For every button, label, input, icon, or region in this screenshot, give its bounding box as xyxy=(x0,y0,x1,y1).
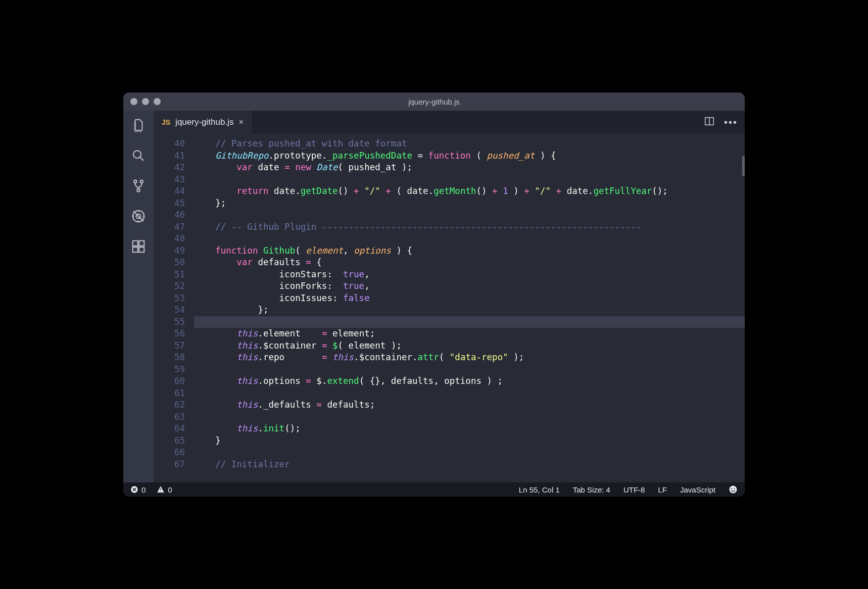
line-number: 52 xyxy=(154,280,185,292)
code-line[interactable] xyxy=(194,364,745,376)
code-line[interactable]: this.$container = $( element ); xyxy=(194,340,745,352)
line-number: 57 xyxy=(154,340,185,352)
encoding[interactable]: UTF-8 xyxy=(623,485,645,494)
editor-window: jquery-github.js JS jque xyxy=(123,92,745,497)
errors-count[interactable]: 0 xyxy=(130,485,146,494)
current-line-highlight xyxy=(194,316,745,328)
code-line[interactable]: iconForks: true, xyxy=(194,280,745,292)
code-line[interactable] xyxy=(194,411,745,423)
code-content[interactable]: // Parses pushed_at with date format Git… xyxy=(194,134,745,482)
code-line[interactable]: return date.getDate() + "/" + ( date.get… xyxy=(194,185,745,198)
line-number-gutter: 4041424344454647484950515253545556575859… xyxy=(154,134,194,482)
line-number: 49 xyxy=(154,245,185,257)
more-actions-icon[interactable]: ••• xyxy=(724,117,738,128)
search-icon[interactable] xyxy=(131,148,146,165)
tab-size[interactable]: Tab Size: 4 xyxy=(573,485,610,494)
tab-bar: JS jquery-github.js × ••• xyxy=(154,111,745,134)
line-number: 66 xyxy=(154,447,185,459)
warnings-count[interactable]: 0 xyxy=(157,485,172,494)
code-line[interactable]: }; xyxy=(194,304,745,316)
eol[interactable]: LF xyxy=(658,485,667,494)
code-line[interactable]: this.init(); xyxy=(194,423,745,435)
code-line[interactable]: this.repo = this.$container.attr( "data-… xyxy=(194,352,745,364)
code-line[interactable] xyxy=(194,209,745,221)
svg-point-12 xyxy=(730,486,737,494)
source-control-icon[interactable] xyxy=(131,178,146,195)
close-tab-icon[interactable]: × xyxy=(238,118,243,127)
feedback-icon[interactable] xyxy=(729,485,738,494)
line-number: 60 xyxy=(154,375,185,387)
line-number: 44 xyxy=(154,185,185,198)
code-line[interactable]: this._defaults = defaults; xyxy=(194,399,745,411)
split-editor-icon[interactable] xyxy=(704,116,715,129)
close-window-button[interactable] xyxy=(130,98,137,105)
js-file-icon: JS xyxy=(162,118,170,126)
line-number: 53 xyxy=(154,292,185,305)
line-number: 41 xyxy=(154,150,185,162)
svg-point-1 xyxy=(134,180,137,183)
svg-point-13 xyxy=(731,488,732,489)
scrollbar-thumb[interactable] xyxy=(742,156,745,176)
line-number: 55 xyxy=(154,316,185,328)
debug-icon[interactable] xyxy=(131,209,146,226)
line-number: 58 xyxy=(154,352,185,364)
line-number: 50 xyxy=(154,257,185,269)
code-line[interactable]: iconIssues: false xyxy=(194,292,745,305)
code-line[interactable]: // Initializer xyxy=(194,459,745,471)
window-title: jquery-github.js xyxy=(123,97,745,106)
tab-jquery-github[interactable]: JS jquery-github.js × xyxy=(154,111,252,134)
svg-rect-8 xyxy=(133,247,138,252)
code-line[interactable]: } xyxy=(194,435,745,447)
code-line[interactable]: GithubRepo.prototype._parsePushedDate = … xyxy=(194,150,745,162)
line-number: 67 xyxy=(154,459,185,471)
line-number: 62 xyxy=(154,399,185,411)
line-number: 43 xyxy=(154,174,185,186)
tab-label: jquery-github.js xyxy=(175,117,233,127)
svg-point-2 xyxy=(140,180,143,183)
status-bar: 0 0 Ln 55, Col 1 Tab Size: 4 UTF-8 LF Ja… xyxy=(123,482,745,497)
main-area: JS jquery-github.js × ••• 40414243444546… xyxy=(123,111,745,482)
minimize-window-button[interactable] xyxy=(142,98,149,105)
code-line[interactable]: var defaults = { xyxy=(194,257,745,269)
window-controls xyxy=(130,98,161,105)
line-number: 42 xyxy=(154,162,185,174)
line-number: 45 xyxy=(154,198,185,210)
code-line[interactable] xyxy=(194,174,745,186)
activity-bar xyxy=(123,111,154,482)
svg-point-3 xyxy=(137,189,140,192)
line-number: 63 xyxy=(154,411,185,423)
line-number: 40 xyxy=(154,138,185,150)
code-line[interactable]: var date = new Date( pushed_at ); xyxy=(194,162,745,174)
svg-rect-7 xyxy=(139,241,144,246)
tab-actions: ••• xyxy=(704,111,745,134)
line-number: 51 xyxy=(154,269,185,281)
code-line[interactable]: // -- Github Plugin --------------------… xyxy=(194,221,745,233)
line-number: 59 xyxy=(154,364,185,376)
code-line[interactable]: iconStars: true, xyxy=(194,269,745,281)
maximize-window-button[interactable] xyxy=(154,98,161,105)
titlebar: jquery-github.js xyxy=(123,92,745,111)
code-line[interactable] xyxy=(194,447,745,459)
line-number: 56 xyxy=(154,328,185,340)
code-line[interactable]: this.element = element; xyxy=(194,328,745,340)
line-number: 65 xyxy=(154,435,185,447)
line-number: 47 xyxy=(154,221,185,233)
line-number: 64 xyxy=(154,423,185,435)
code-line[interactable]: }; xyxy=(194,198,745,210)
code-line[interactable] xyxy=(194,387,745,400)
svg-rect-9 xyxy=(139,247,144,252)
editor-area: JS jquery-github.js × ••• 40414243444546… xyxy=(154,111,745,482)
svg-point-0 xyxy=(133,151,141,158)
code-line[interactable] xyxy=(194,233,745,245)
code-line[interactable]: function Github( element, options ) { xyxy=(194,245,745,257)
code-line[interactable]: this.options = $.extend( {}, defaults, o… xyxy=(194,375,745,387)
code-editor[interactable]: 4041424344454647484950515253545556575859… xyxy=(154,134,745,482)
cursor-position[interactable]: Ln 55, Col 1 xyxy=(519,485,560,494)
line-number: 48 xyxy=(154,233,185,245)
line-number: 46 xyxy=(154,209,185,221)
language-mode[interactable]: JavaScript xyxy=(680,485,715,494)
explorer-icon[interactable] xyxy=(131,118,146,135)
extensions-icon[interactable] xyxy=(131,239,146,256)
svg-point-14 xyxy=(734,488,735,489)
code-line[interactable]: // Parses pushed_at with date format xyxy=(194,138,745,150)
